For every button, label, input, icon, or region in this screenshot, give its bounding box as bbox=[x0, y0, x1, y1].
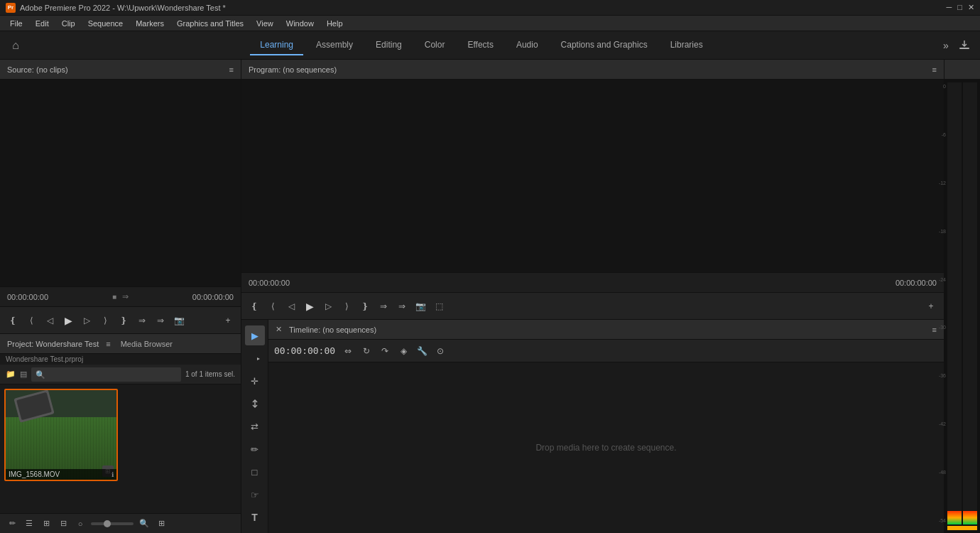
list-view-button[interactable]: ☰ bbox=[23, 517, 36, 530]
step-back-button[interactable]: ◁ bbox=[43, 313, 57, 328]
prog-overwrite-button[interactable]: ⇒ bbox=[395, 299, 409, 313]
prog-mark-in-button[interactable]: ❴ bbox=[247, 299, 261, 313]
tab-color[interactable]: Color bbox=[415, 36, 455, 55]
type-tool-button[interactable]: T bbox=[245, 507, 265, 527]
tab-effects[interactable]: Effects bbox=[457, 36, 503, 55]
ripple-edit-tool-button[interactable]: ✛ bbox=[245, 371, 265, 391]
prog-step-back-button[interactable]: ◁ bbox=[284, 299, 298, 313]
media-thumbnail: ⊞ bbox=[6, 390, 116, 480]
source-timecode-left: 00:00:00:00 bbox=[7, 293, 48, 301]
export-frame-src-button[interactable]: 📷 bbox=[172, 313, 186, 328]
prog-mark-prev-button[interactable]: ⟨ bbox=[266, 299, 280, 313]
media-label: IMG_1568.MOV ℹ bbox=[6, 469, 116, 480]
right-meter-bar bbox=[963, 82, 977, 524]
home-button[interactable]: ⌂ bbox=[6, 36, 26, 55]
menu-clip[interactable]: Clip bbox=[56, 18, 81, 29]
program-monitor-menu-icon[interactable]: ≡ bbox=[932, 65, 937, 74]
insert-button[interactable]: ⇒ bbox=[135, 313, 149, 328]
add-marker-src-button[interactable]: + bbox=[221, 313, 235, 328]
menu-markers[interactable]: Markers bbox=[130, 18, 170, 29]
source-monitor-menu-icon[interactable]: ≡ bbox=[229, 65, 234, 74]
prog-insert-button[interactable]: ⇒ bbox=[376, 299, 391, 313]
scale-42: -42 bbox=[929, 421, 947, 426]
step-fwd-button[interactable]: ▷ bbox=[80, 313, 94, 328]
export-frame-button[interactable] bbox=[954, 36, 974, 55]
project-panel: Project: Wondershare Test ≡ Media Browse… bbox=[0, 334, 241, 533]
mark-next-button[interactable]: ⟩ bbox=[98, 313, 112, 328]
search-footer-button[interactable]: 🔍 bbox=[138, 517, 151, 530]
timeline-tool-2[interactable]: ↻ bbox=[359, 344, 374, 358]
rate-stretch-tool-button[interactable]: ⇄ bbox=[245, 416, 265, 436]
prog-play-button[interactable]: ▶ bbox=[303, 299, 317, 313]
media-browser-tab[interactable]: Media Browser bbox=[121, 340, 173, 348]
tab-learning[interactable]: Learning bbox=[250, 36, 303, 55]
title-bar: Pr Adobe Premiere Pro 2022 - W:\Upwork\W… bbox=[0, 0, 980, 16]
mark-prev-button[interactable]: ⟨ bbox=[24, 313, 38, 328]
scale-30: -30 bbox=[929, 325, 947, 330]
timeline-tool-3[interactable]: ↷ bbox=[378, 344, 392, 358]
mark-out-button[interactable]: ❵ bbox=[116, 313, 131, 328]
zoom-slider[interactable] bbox=[91, 522, 134, 525]
overwrite-button[interactable]: ⇒ bbox=[153, 313, 168, 328]
menu-window[interactable]: Window bbox=[281, 18, 320, 29]
scale-48: -48 bbox=[929, 470, 947, 475]
timeline-tool-6[interactable]: ⊙ bbox=[433, 344, 447, 358]
selection-tool-button[interactable]: ▶ bbox=[245, 325, 265, 345]
rolling-edit-tool-button[interactable] bbox=[245, 394, 265, 414]
program-monitor-controls: ❴ ⟨ ◁ ▶ ▷ ⟩ ❵ ⇒ ⇒ 📷 ⬚ + bbox=[241, 292, 944, 319]
close-button[interactable]: ✕ bbox=[968, 3, 974, 12]
media-item[interactable]: ⊞ IMG_1568.MOV ℹ bbox=[4, 389, 118, 481]
prog-mark-out-button[interactable]: ❵ bbox=[358, 299, 372, 313]
prog-export-frame-button[interactable]: 📷 bbox=[413, 299, 428, 313]
prog-step-fwd-button[interactable]: ▷ bbox=[321, 299, 335, 313]
program-monitor-header: Program: (no sequences) ≡ bbox=[241, 60, 944, 80]
tab-audio[interactable]: Audio bbox=[506, 36, 548, 55]
rect-shape-tool-button[interactable]: □ bbox=[245, 462, 265, 482]
project-content-area: ⊞ IMG_1568.MOV ℹ bbox=[0, 384, 241, 513]
prog-mark-next-button[interactable]: ⟩ bbox=[339, 299, 354, 313]
menu-sequence[interactable]: Sequence bbox=[82, 18, 129, 29]
sort-button[interactable]: ○ bbox=[74, 517, 87, 530]
more-workspaces-button[interactable]: » bbox=[937, 37, 954, 54]
restore-button[interactable]: □ bbox=[957, 3, 962, 12]
freeform-view-button[interactable]: ⊟ bbox=[57, 517, 70, 530]
timeline-tools: ⇔ ↻ ↷ ◈ 🔧 ⊙ bbox=[341, 344, 447, 358]
prog-lift-button[interactable]: ⬚ bbox=[432, 299, 446, 313]
source-monitor: Source: (no clips) ≡ 00:00:00:00 ■ ⇒ 00:… bbox=[0, 60, 241, 334]
menu-graphics-titles[interactable]: Graphics and Titles bbox=[171, 18, 249, 29]
audio-meters-panel: 0 -6 -12 -18 -24 -30 -36 -42 -48 -54 bbox=[944, 60, 980, 533]
timeline-tool-1[interactable]: ⇔ bbox=[341, 344, 355, 358]
new-bin-button[interactable]: ⊞ bbox=[155, 517, 168, 530]
mark-in-button[interactable]: ❴ bbox=[6, 313, 20, 328]
tab-editing[interactable]: Editing bbox=[366, 36, 412, 55]
menu-edit[interactable]: Edit bbox=[30, 18, 55, 29]
project-panel-header: Project: Wondershare Test ≡ Media Browse… bbox=[0, 334, 241, 354]
minimize-button[interactable]: ─ bbox=[947, 3, 952, 12]
timecode-insert-icon: ⇒ bbox=[122, 292, 129, 301]
fit-icon: ■ bbox=[112, 293, 116, 301]
timeline-drop-area: Drop media here to create sequence. bbox=[268, 362, 944, 533]
menu-file[interactable]: File bbox=[4, 18, 28, 29]
meter-peak-bar bbox=[947, 526, 977, 530]
icon-view-button[interactable]: ⊞ bbox=[40, 517, 53, 530]
tab-assembly[interactable]: Assembly bbox=[306, 36, 363, 55]
audio-meters-header bbox=[944, 60, 980, 80]
timeline-tool-4[interactable]: ◈ bbox=[396, 344, 410, 358]
hand-tool-button[interactable]: ☞ bbox=[245, 485, 265, 505]
project-panel-menu-icon[interactable]: ≡ bbox=[106, 340, 110, 348]
center-panel: Program: (no sequences) ≡ 00:00:00:00 00… bbox=[241, 60, 944, 533]
program-monitor-title: Program: (no sequences) bbox=[249, 65, 337, 74]
media-filename: IMG_1568.MOV bbox=[9, 470, 60, 478]
pen-tool-button[interactable]: ✏ bbox=[245, 439, 265, 459]
play-button[interactable]: ▶ bbox=[61, 313, 75, 328]
menu-view[interactable]: View bbox=[251, 18, 279, 29]
new-item-button[interactable]: ✏ bbox=[6, 517, 18, 530]
tab-libraries[interactable]: Libraries bbox=[660, 36, 713, 55]
timeline-tool-5[interactable]: 🔧 bbox=[415, 344, 429, 358]
menu-help[interactable]: Help bbox=[321, 18, 349, 29]
project-footer: ✏ ☰ ⊞ ⊟ ○ 🔍 ⊞ bbox=[0, 513, 241, 533]
project-search-input[interactable] bbox=[31, 367, 181, 382]
tab-captions-graphics[interactable]: Captions and Graphics bbox=[551, 36, 658, 55]
track-select-tool-button[interactable] bbox=[245, 348, 265, 368]
timeline-close-button[interactable]: ✕ bbox=[276, 325, 282, 334]
